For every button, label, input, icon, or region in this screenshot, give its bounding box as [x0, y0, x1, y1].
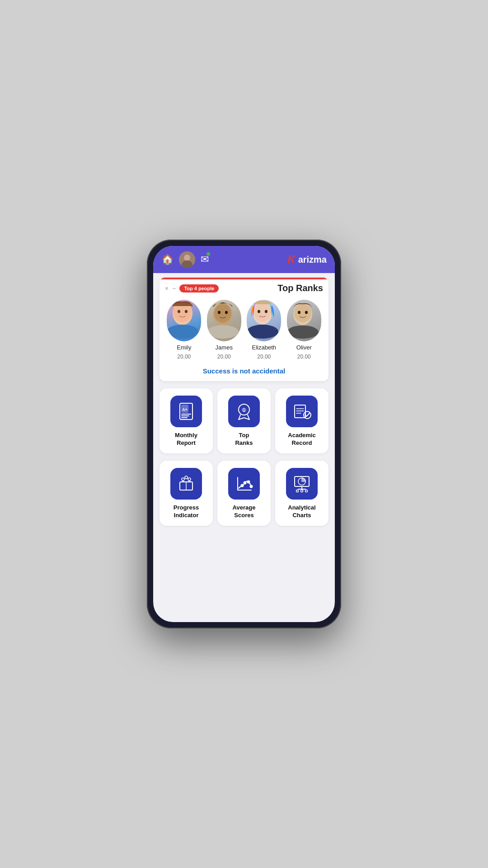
top-ranks-icon: ① — [234, 401, 254, 421]
svg-point-21 — [305, 311, 308, 314]
menu-card-monthly-report[interactable]: A+ MonthlyReport — [160, 388, 213, 453]
oliver-face-svg — [287, 300, 319, 339]
menu-grid-row1: A+ MonthlyReport ① — [160, 388, 328, 453]
avatar-svg — [179, 251, 195, 268]
svg-point-52 — [301, 490, 303, 492]
person-score-james: 20.00 — [217, 354, 231, 360]
svg-point-46 — [250, 485, 253, 487]
monthly-report-label: MonthlyReport — [175, 432, 197, 447]
home-icon[interactable]: 🏠 — [161, 254, 174, 265]
logo-area: K arizma — [287, 253, 327, 266]
svg-point-9 — [214, 304, 231, 323]
person-item-emily[interactable]: Emily 20.00 — [167, 300, 201, 360]
card-title: Top Ranks — [277, 283, 323, 293]
academic-record-icon-wrap — [286, 396, 318, 427]
person-item-oliver[interactable]: Oliver 20.00 — [287, 300, 321, 360]
menu-card-progress-indicator[interactable]: ProgressIndicator — [160, 461, 213, 526]
person-item-elizabeth[interactable]: Elizabeth 20.00 — [247, 300, 281, 360]
progress-indicator-icon-wrap — [170, 468, 202, 500]
person-score-oliver: 20.00 — [297, 354, 311, 360]
james-face-svg — [207, 300, 239, 339]
menu-card-top-ranks[interactable]: ① TopRanks — [217, 388, 271, 453]
card-header: × − Top 4 people Top Ranks — [160, 279, 328, 297]
phone-frame: 🏠 ✉ K arizma — [147, 240, 341, 628]
elizabeth-face-svg — [247, 300, 278, 339]
person-name-oliver: Oliver — [296, 344, 312, 351]
person-score-elizabeth: 20.00 — [257, 354, 271, 360]
emily-face-svg — [167, 300, 198, 339]
motivational-text: Success is not accidental — [160, 364, 328, 381]
person-photo-elizabeth — [247, 300, 281, 341]
average-scores-label: AverageScores — [233, 504, 256, 519]
person-item-james[interactable]: James 20.00 — [207, 300, 241, 360]
svg-point-40 — [185, 476, 188, 479]
close-button[interactable]: × — [165, 285, 169, 292]
svg-point-1 — [184, 255, 190, 261]
progress-indicator-icon — [176, 474, 196, 494]
menu-card-academic-record[interactable]: AcademicRecord — [275, 388, 328, 453]
person-photo-james — [207, 300, 241, 341]
analytical-charts-icon-wrap — [286, 468, 318, 500]
svg-point-16 — [265, 310, 267, 313]
svg-point-53 — [305, 490, 308, 492]
svg-text:①: ① — [242, 407, 246, 413]
svg-rect-17 — [247, 325, 278, 339]
people-row: Emily 20.00 — [160, 297, 328, 364]
logo-text: arizma — [298, 255, 327, 265]
menu-card-analytical-charts[interactable]: AnalyticalCharts — [275, 461, 328, 526]
svg-point-43 — [241, 484, 244, 486]
svg-point-39 — [188, 478, 191, 481]
svg-point-45 — [248, 481, 250, 483]
analytical-charts-icon — [292, 474, 312, 494]
svg-point-6 — [185, 310, 188, 313]
progress-indicator-label: ProgressIndicator — [174, 504, 199, 519]
monthly-report-icon: A+ — [176, 401, 196, 421]
header-left: 🏠 ✉ — [161, 251, 209, 268]
person-name-emily: Emily — [177, 344, 191, 351]
svg-point-38 — [182, 478, 184, 481]
person-photo-oliver — [287, 300, 321, 341]
minimize-button[interactable]: − — [172, 285, 176, 292]
svg-point-51 — [296, 490, 299, 492]
top-ranks-label: TopRanks — [235, 432, 253, 447]
academic-record-label: AcademicRecord — [288, 432, 315, 447]
menu-grid-row2: ProgressIndicator — [160, 461, 328, 526]
top-ranks-card: × − Top 4 people Top Ranks — [160, 278, 328, 381]
person-name-james: James — [216, 344, 233, 351]
monthly-report-icon-wrap: A+ — [170, 396, 202, 427]
svg-point-5 — [178, 310, 180, 313]
svg-rect-7 — [167, 325, 198, 339]
menu-card-average-scores[interactable]: AverageScores — [217, 461, 271, 526]
svg-rect-12 — [207, 325, 239, 339]
svg-rect-22 — [287, 326, 319, 339]
top4-badge: Top 4 people — [179, 284, 219, 292]
phone-screen: 🏠 ✉ K arizma — [153, 246, 335, 622]
avatar[interactable] — [179, 251, 195, 268]
header: 🏠 ✉ K arizma — [153, 246, 335, 273]
person-score-emily: 20.00 — [177, 354, 191, 360]
person-photo-emily — [167, 300, 201, 341]
svg-point-14 — [254, 303, 271, 322]
person-name-elizabeth: Elizabeth — [252, 344, 276, 351]
svg-point-44 — [244, 481, 246, 484]
svg-point-19 — [294, 304, 311, 322]
svg-point-20 — [298, 311, 300, 314]
svg-text:A+: A+ — [182, 407, 188, 412]
academic-record-icon — [292, 401, 312, 421]
average-scores-icon — [234, 474, 254, 494]
notification-badge — [206, 252, 211, 256]
analytical-charts-label: AnalyticalCharts — [288, 504, 315, 519]
mail-container: ✉ — [201, 254, 209, 265]
top-ranks-icon-wrap: ① — [228, 396, 260, 427]
logo-k-icon: K — [287, 253, 295, 266]
svg-point-11 — [225, 311, 228, 314]
average-scores-icon-wrap — [228, 468, 260, 500]
scroll-content: × − Top 4 people Top Ranks — [153, 273, 335, 622]
svg-point-10 — [218, 311, 221, 314]
svg-point-15 — [258, 310, 260, 313]
